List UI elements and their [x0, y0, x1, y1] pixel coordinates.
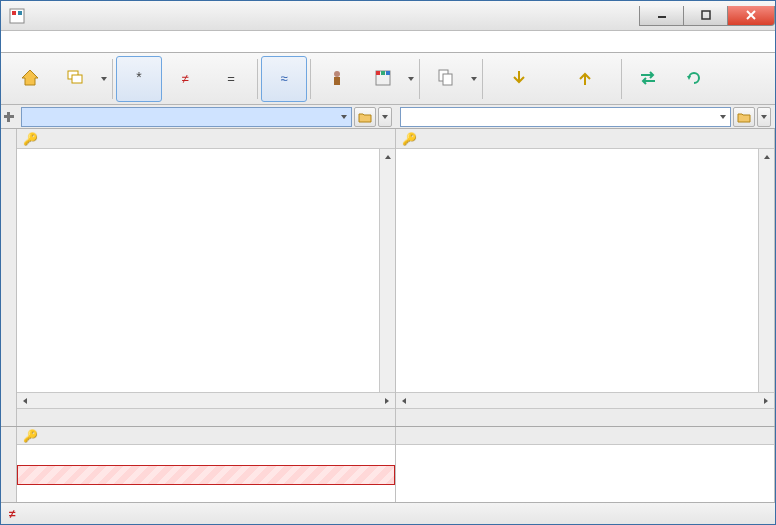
- compare-area: 🔑 🔑: [1, 129, 775, 426]
- tool-diff[interactable]: ≠: [162, 56, 208, 102]
- tool-copy[interactable]: [423, 56, 469, 102]
- left-pane-footer: [17, 408, 395, 426]
- menu-search[interactable]: [55, 40, 63, 44]
- detail-right-body[interactable]: [396, 445, 774, 502]
- sessions-icon: [65, 67, 87, 89]
- tool-rules[interactable]: [314, 56, 360, 102]
- next-icon: [508, 67, 530, 89]
- chevron-down-icon[interactable]: [720, 115, 726, 119]
- tool-copy-dropdown[interactable]: [469, 56, 479, 102]
- left-vscroll[interactable]: [379, 149, 395, 392]
- right-pane-footer: [396, 408, 774, 426]
- tool-swap[interactable]: [625, 56, 671, 102]
- tool-reload[interactable]: [671, 56, 717, 102]
- neq-icon: ≠: [9, 507, 16, 521]
- key-icon: 🔑: [402, 132, 417, 146]
- tool-format[interactable]: [360, 56, 406, 102]
- svg-point-14: [334, 71, 340, 77]
- tool-all[interactable]: *: [116, 56, 162, 102]
- right-hscroll[interactable]: [396, 392, 774, 408]
- left-pane-body: [17, 149, 395, 392]
- thumbnail-gutter[interactable]: [1, 129, 17, 426]
- detail-right: [396, 427, 775, 502]
- window-controls: [640, 6, 775, 26]
- svg-rect-17: [376, 71, 380, 75]
- menubar: [1, 31, 775, 53]
- tool-next[interactable]: [486, 56, 552, 102]
- path-gutter: [1, 112, 17, 122]
- menu-edit[interactable]: [39, 40, 47, 44]
- rules-icon: [326, 67, 348, 89]
- svg-rect-18: [381, 71, 385, 75]
- svg-rect-15: [334, 77, 340, 85]
- tool-format-dropdown[interactable]: [406, 56, 416, 102]
- svg-text:=: =: [227, 71, 235, 86]
- reload-icon: [683, 67, 705, 89]
- status-bar: ≠: [1, 502, 775, 524]
- tool-minor[interactable]: ≈: [261, 56, 307, 102]
- tool-same[interactable]: =: [208, 56, 254, 102]
- right-path-input[interactable]: [400, 107, 731, 127]
- svg-text:*: *: [136, 69, 142, 85]
- detail-gutter: [1, 427, 17, 502]
- left-path-col: [17, 107, 396, 127]
- key-icon: 🔑: [23, 429, 38, 443]
- close-button[interactable]: [727, 6, 775, 26]
- path-row: [1, 105, 775, 129]
- format-icon: [372, 67, 394, 89]
- tool-prev[interactable]: [552, 56, 618, 102]
- svg-rect-19: [386, 71, 390, 75]
- maximize-button[interactable]: [683, 6, 728, 26]
- titlebar: [1, 1, 775, 31]
- folder-open-icon: [358, 111, 372, 123]
- chevron-down-icon[interactable]: [341, 115, 347, 119]
- left-browse-button[interactable]: [354, 107, 376, 127]
- svg-rect-9: [72, 75, 82, 83]
- svg-text:≠: ≠: [181, 71, 188, 86]
- detail-row: [17, 465, 395, 485]
- row-pointer-gutter: [396, 149, 408, 392]
- right-browse-dropdown[interactable]: [757, 107, 771, 127]
- right-path-col: [396, 107, 775, 127]
- detail-left: 🔑: [17, 427, 396, 502]
- svg-text:≈: ≈: [280, 71, 287, 86]
- prev-icon: [574, 67, 596, 89]
- menu-help[interactable]: [103, 40, 111, 44]
- right-pane-body: [396, 149, 774, 392]
- right-pane-header: 🔑: [396, 129, 774, 149]
- svg-rect-1: [12, 11, 16, 15]
- right-pane: 🔑: [396, 129, 775, 426]
- tool-home[interactable]: [7, 56, 53, 102]
- left-hscroll[interactable]: [17, 392, 395, 408]
- left-pane: 🔑: [17, 129, 396, 426]
- expand-icon[interactable]: [4, 112, 14, 122]
- app-icon: [9, 8, 25, 24]
- menu-view[interactable]: [71, 40, 79, 44]
- left-rows[interactable]: [29, 149, 379, 392]
- key-icon: 🔑: [23, 132, 38, 146]
- right-rows[interactable]: [408, 149, 758, 392]
- detail-row-empty: [17, 445, 395, 465]
- row-pointer-gutter: [17, 149, 29, 392]
- all-icon: *: [128, 67, 150, 89]
- menu-tools[interactable]: [87, 40, 95, 44]
- right-browse-button[interactable]: [733, 107, 755, 127]
- tool-session[interactable]: [53, 56, 99, 102]
- minor-icon: ≈: [273, 67, 295, 89]
- menu-session[interactable]: [7, 40, 15, 44]
- left-path-input[interactable]: [21, 107, 352, 127]
- tool-session-dropdown[interactable]: [99, 56, 109, 102]
- left-browse-dropdown[interactable]: [378, 107, 392, 127]
- diff-icon: ≠: [174, 67, 196, 89]
- menu-file[interactable]: [23, 40, 31, 44]
- folder-open-icon: [737, 111, 751, 123]
- right-vscroll[interactable]: [758, 149, 774, 392]
- svg-rect-24: [7, 112, 10, 122]
- toolbar: * ≠ = ≈: [1, 53, 775, 105]
- swap-icon: [637, 67, 659, 89]
- detail-left-body[interactable]: [17, 445, 395, 502]
- minimize-button[interactable]: [639, 6, 684, 26]
- svg-rect-2: [18, 11, 22, 15]
- svg-marker-22: [687, 76, 691, 80]
- svg-marker-7: [22, 70, 38, 85]
